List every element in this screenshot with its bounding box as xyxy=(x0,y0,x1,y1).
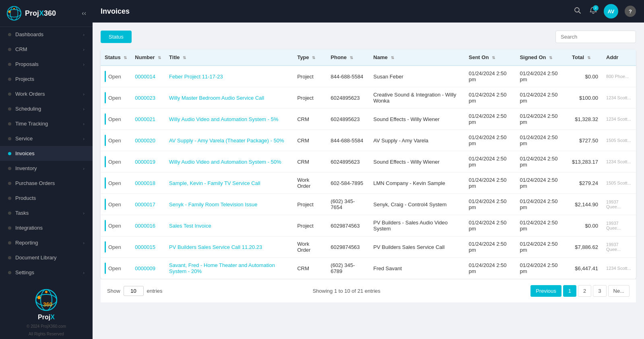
nav-dot xyxy=(8,78,11,81)
sidebar-item-dashboards[interactable]: Dashboards › xyxy=(0,27,93,42)
nav-item-left: Reporting xyxy=(8,240,38,246)
invoice-title-link[interactable]: Senyk - Family Room Television Issue xyxy=(169,201,257,208)
sidebar-item-products[interactable]: Products xyxy=(0,191,93,205)
sidebar-item-scheduling[interactable]: Scheduling › xyxy=(0,101,93,116)
status-bar xyxy=(105,241,106,253)
cell-phone: 6029874563 xyxy=(327,236,369,258)
col-name[interactable]: Name ⇅ xyxy=(369,49,465,66)
previous-button[interactable]: Previous xyxy=(530,285,561,297)
col-signed-on[interactable]: Signed On ⇅ xyxy=(516,49,568,66)
cell-signed-on: 01/24/2024 2:50 pm xyxy=(516,130,568,151)
col-number[interactable]: Number ⇅ xyxy=(131,49,165,66)
cell-addr: 19937 Quee... xyxy=(602,215,636,236)
sidebar-item-inventory[interactable]: Inventory › xyxy=(0,161,93,176)
invoice-number-link[interactable]: 0000014 xyxy=(135,74,155,80)
sidebar-item-time-tracking[interactable]: Time Tracking › xyxy=(0,116,93,131)
table-row: Open 0000014 Feber Project 11-17-23 Proj… xyxy=(101,66,636,87)
col-sent-on[interactable]: Sent On ⇅ xyxy=(465,49,516,66)
status-bar xyxy=(105,71,106,82)
notification-button[interactable]: 2 xyxy=(589,6,597,16)
invoice-number-link[interactable]: 0000017 xyxy=(135,201,155,208)
invoice-title-link[interactable]: Sales Test Invoice xyxy=(169,223,211,229)
invoice-number-link[interactable]: 0000023 xyxy=(135,95,155,101)
sidebar-item-work-orders[interactable]: Work Orders › xyxy=(0,86,93,101)
cell-name: AV Supply - Amy Varela xyxy=(369,130,465,151)
nav-dot xyxy=(8,212,11,215)
svg-point-9 xyxy=(45,291,47,293)
col-status[interactable]: Status ⇅ xyxy=(101,49,131,66)
invoice-number-link[interactable]: 0000020 xyxy=(135,138,155,144)
nav-label: Tasks xyxy=(15,210,29,216)
nav-label: Scheduling xyxy=(15,106,41,112)
sidebar-item-tasks[interactable]: Tasks › xyxy=(0,205,93,220)
invoice-title-link[interactable]: Sample, Kevin - Family TV Service Call xyxy=(169,180,260,186)
invoice-number-link[interactable]: 0000016 xyxy=(135,223,155,229)
invoice-title-link[interactable]: PV Builders Sales Service Call 11.20.23 xyxy=(169,244,262,250)
cell-phone: 6029874563 xyxy=(327,215,369,236)
nav-chevron-icon: › xyxy=(83,32,85,37)
cell-number: 0000015 xyxy=(131,236,165,258)
col-type[interactable]: Type ⇅ xyxy=(293,49,326,66)
main-content: Invoices 2 AV ? Status xyxy=(93,0,644,339)
invoice-title-link[interactable]: Willy Audio Video and Automation System … xyxy=(169,159,281,165)
invoice-title-link[interactable]: Willy Master Bedroom Audio Service Call xyxy=(169,95,264,101)
sidebar-item-projects[interactable]: Projects xyxy=(0,72,93,86)
sidebar-item-document-library[interactable]: Document Library xyxy=(0,250,93,265)
invoice-number-link[interactable]: 0000018 xyxy=(135,180,155,186)
page-1-button[interactable]: 1 xyxy=(563,285,576,297)
nav-label: Integrations xyxy=(15,225,43,231)
cell-type: CRM xyxy=(293,258,326,279)
invoice-title-link[interactable]: Willy Audio Video and Automation System … xyxy=(169,116,278,122)
nav-chevron-icon: › xyxy=(83,92,85,97)
nav-item-left: Settings xyxy=(8,269,34,275)
invoice-title-link[interactable]: Savant, Fred - Home Theater and Automati… xyxy=(169,262,275,274)
status-bar xyxy=(105,135,106,146)
cell-number: 0000014 xyxy=(131,66,165,87)
cell-signed-on: 01/24/2024 2:50 pm xyxy=(516,215,568,236)
page-3-button[interactable]: 3 xyxy=(593,285,606,297)
col-total[interactable]: Total ⇅ xyxy=(568,49,602,66)
page-2-button[interactable]: 2 xyxy=(578,285,591,297)
sidebar-item-settings[interactable]: Settings › xyxy=(0,265,93,280)
cell-type: Project xyxy=(293,87,326,109)
status-bar xyxy=(105,113,106,125)
footer-copyright-line1: © 2024 ProjX360.com xyxy=(27,324,66,329)
sidebar-item-integrations[interactable]: Integrations xyxy=(0,220,93,235)
search-input[interactable] xyxy=(555,31,636,43)
sidebar-item-proposals[interactable]: Proposals › xyxy=(0,57,93,72)
help-button[interactable]: ? xyxy=(625,6,636,17)
sidebar-item-invoices[interactable]: Invoices xyxy=(0,146,93,161)
sidebar-item-service[interactable]: Service › xyxy=(0,131,93,146)
invoice-number-link[interactable]: 0000009 xyxy=(135,265,155,271)
sidebar-item-crm[interactable]: CRM › xyxy=(0,42,93,57)
nav-label: Invoices xyxy=(15,150,35,156)
nav-label: Settings xyxy=(15,269,34,275)
cell-sent-on: 01/24/2024 2:50 pm xyxy=(465,130,516,151)
cell-title: Feber Project 11-17-23 xyxy=(165,66,293,87)
invoice-number-link[interactable]: 0000021 xyxy=(135,116,155,122)
cell-sent-on: 01/24/2024 2:50 pm xyxy=(465,194,516,215)
nav-label: Projects xyxy=(15,76,34,82)
status-filter-button[interactable]: Status xyxy=(101,31,132,43)
cell-total: $100.00 xyxy=(568,87,602,109)
nav-label: Purchase Orders xyxy=(15,180,55,186)
avatar-button[interactable]: AV xyxy=(604,4,618,18)
sidebar-item-purchase-orders[interactable]: Purchase Orders xyxy=(0,176,93,191)
cell-total: $727.50 xyxy=(568,130,602,151)
cell-total: $13,283.17 xyxy=(568,151,602,173)
invoice-title-link[interactable]: Feber Project 11-17-23 xyxy=(169,74,223,80)
sidebar-collapse-button[interactable]: ‹‹ xyxy=(82,10,86,17)
col-title[interactable]: Title ⇅ xyxy=(165,49,293,66)
col-phone[interactable]: Phone ⇅ xyxy=(327,49,369,66)
nav-label: CRM xyxy=(15,46,27,52)
svg-text:360: 360 xyxy=(43,301,53,308)
entries-input[interactable] xyxy=(124,286,144,296)
footer-logo: 360 ProjX © 2024 ProjX360.com All Rights… xyxy=(8,288,85,336)
invoice-title-link[interactable]: AV Supply - Amy Varela (Theater Package)… xyxy=(169,138,284,144)
nav-dot xyxy=(8,256,11,259)
invoice-number-link[interactable]: 0000019 xyxy=(135,159,155,165)
next-button[interactable]: Ne... xyxy=(608,285,630,297)
invoice-number-link[interactable]: 0000015 xyxy=(135,244,155,250)
sidebar-item-reporting[interactable]: Reporting › xyxy=(0,235,93,250)
search-button[interactable] xyxy=(572,5,583,18)
